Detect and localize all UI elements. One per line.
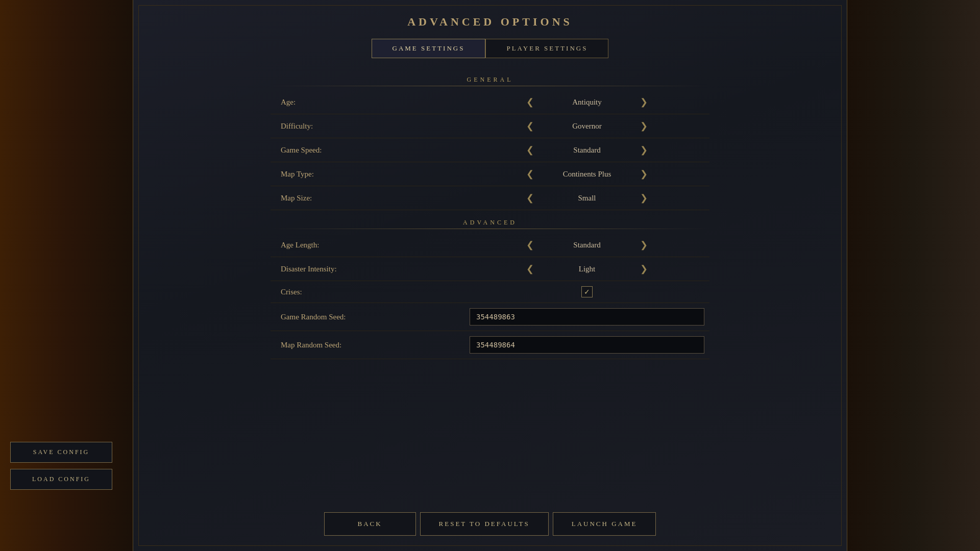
load-config-button[interactable]: LOAD CONFIG xyxy=(10,469,112,490)
control-age: ❮ Antiquity ❯ xyxy=(464,95,709,109)
settings-area: GENERAL Age: ❮ Antiquity ❯ Difficulty: ❮… xyxy=(271,72,709,359)
back-button[interactable]: BACK xyxy=(324,512,416,536)
value-map-type: Continents Plus xyxy=(546,170,628,179)
arrow-right-disaster-intensity[interactable]: ❯ xyxy=(636,262,652,276)
setting-row-age-length: Age Length: ❮ Standard ❯ xyxy=(271,233,709,257)
value-game-speed: Standard xyxy=(546,146,628,155)
value-map-size: Small xyxy=(546,194,628,203)
arrow-right-map-type[interactable]: ❯ xyxy=(636,167,652,181)
bottom-bar: BACK RESET TO DEFAULTS LAUNCH GAME xyxy=(133,512,847,536)
setting-row-map-size: Map Size: ❮ Small ❯ xyxy=(271,186,709,210)
section-line-general xyxy=(271,86,709,86)
setting-row-map-type: Map Type: ❮ Continents Plus ❯ xyxy=(271,162,709,186)
arrow-right-game-speed[interactable]: ❯ xyxy=(636,143,652,157)
control-disaster-intensity: ❮ Light ❯ xyxy=(464,262,709,276)
launch-button[interactable]: LAUNCH GAME xyxy=(553,512,656,536)
label-game-random-seed: Game Random Seed: xyxy=(271,313,464,321)
checkbox-crises[interactable] xyxy=(581,286,593,297)
label-map-type: Map Type: xyxy=(271,170,464,179)
tab-bar: GAME SETTINGS PLAYER SETTINGS xyxy=(372,39,609,58)
label-difficulty: Difficulty: xyxy=(271,122,464,131)
arrow-left-map-type[interactable]: ❮ xyxy=(522,167,538,181)
arrow-left-disaster-intensity[interactable]: ❮ xyxy=(522,262,538,276)
setting-row-disaster-intensity: Disaster Intensity: ❮ Light ❯ xyxy=(271,257,709,281)
control-game-random-seed xyxy=(464,308,709,325)
arrow-left-difficulty[interactable]: ❮ xyxy=(522,119,538,133)
background-right xyxy=(847,0,980,551)
setting-row-difficulty: Difficulty: ❮ Governor ❯ xyxy=(271,114,709,138)
input-map-random-seed[interactable] xyxy=(470,336,704,354)
section-header-advanced: ADVANCED xyxy=(271,217,709,229)
arrow-right-map-size[interactable]: ❯ xyxy=(636,191,652,205)
setting-row-map-random-seed: Map Random Seed: xyxy=(271,331,709,359)
section-line-advanced xyxy=(271,229,709,229)
value-difficulty: Governor xyxy=(546,122,628,131)
control-difficulty: ❮ Governor ❯ xyxy=(464,119,709,133)
save-config-button[interactable]: SAVE CONFIG xyxy=(10,442,112,463)
label-age-length: Age Length: xyxy=(271,241,464,249)
arrow-left-age[interactable]: ❮ xyxy=(522,95,538,109)
setting-row-game-random-seed: Game Random Seed: xyxy=(271,303,709,331)
setting-row-crises: Crises: xyxy=(271,281,709,303)
tab-player-settings[interactable]: PLAYER SETTINGS xyxy=(485,39,608,58)
arrow-left-game-speed[interactable]: ❮ xyxy=(522,143,538,157)
control-crises xyxy=(464,286,709,297)
input-game-random-seed[interactable] xyxy=(470,308,704,325)
value-age-length: Standard xyxy=(546,241,628,249)
tab-game-settings[interactable]: GAME SETTINGS xyxy=(372,39,486,58)
side-buttons: SAVE CONFIG LOAD CONFIG xyxy=(10,442,112,490)
label-map-size: Map Size: xyxy=(271,194,464,203)
page-title: ADVANCED OPTIONS xyxy=(407,15,573,29)
label-map-random-seed: Map Random Seed: xyxy=(271,341,464,349)
control-game-speed: ❮ Standard ❯ xyxy=(464,143,709,157)
label-crises: Crises: xyxy=(271,288,464,296)
control-map-random-seed xyxy=(464,336,709,354)
value-disaster-intensity: Light xyxy=(546,265,628,273)
value-age: Antiquity xyxy=(546,98,628,107)
section-label-general: GENERAL xyxy=(467,76,513,83)
control-map-type: ❮ Continents Plus ❯ xyxy=(464,167,709,181)
section-header-general: GENERAL xyxy=(271,74,709,86)
arrow-left-map-size[interactable]: ❮ xyxy=(522,191,538,205)
control-map-size: ❮ Small ❯ xyxy=(464,191,709,205)
label-game-speed: Game Speed: xyxy=(271,146,464,155)
reset-button[interactable]: RESET TO DEFAULTS xyxy=(420,512,549,536)
setting-row-game-speed: Game Speed: ❮ Standard ❯ xyxy=(271,138,709,162)
label-disaster-intensity: Disaster Intensity: xyxy=(271,265,464,273)
arrow-right-difficulty[interactable]: ❯ xyxy=(636,119,652,133)
control-age-length: ❮ Standard ❯ xyxy=(464,238,709,252)
arrow-right-age-length[interactable]: ❯ xyxy=(636,238,652,252)
label-age: Age: xyxy=(271,98,464,107)
arrow-left-age-length[interactable]: ❮ xyxy=(522,238,538,252)
arrow-right-age[interactable]: ❯ xyxy=(636,95,652,109)
setting-row-age: Age: ❮ Antiquity ❯ xyxy=(271,90,709,114)
main-content: ADVANCED OPTIONS GAME SETTINGS PLAYER SE… xyxy=(133,0,847,551)
section-label-advanced: ADVANCED xyxy=(463,219,517,226)
